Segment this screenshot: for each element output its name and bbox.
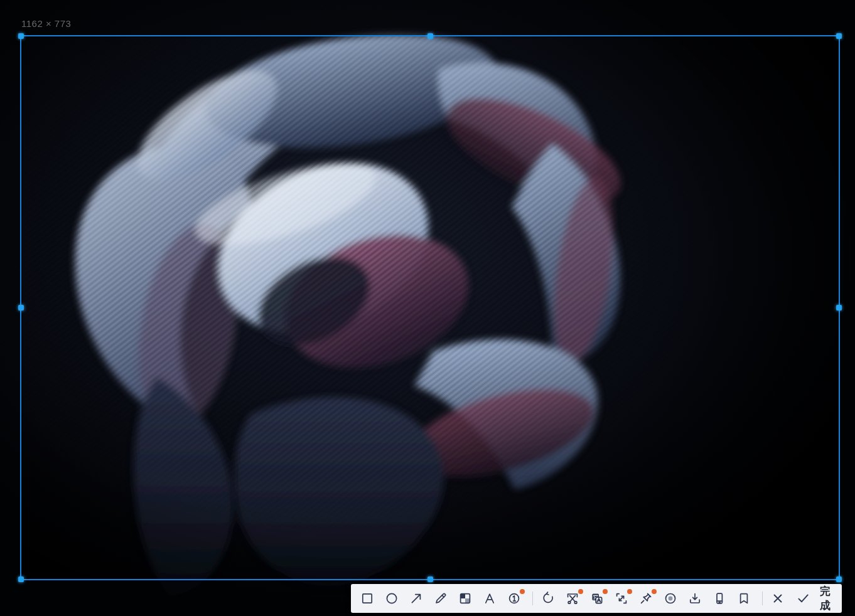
resize-handle-bottom-center[interactable] — [428, 576, 433, 582]
resize-handle-top-right[interactable] — [836, 33, 842, 39]
letter-a-icon — [482, 591, 497, 606]
resize-handle-top-left[interactable] — [18, 33, 24, 39]
send-to-phone-button[interactable] — [712, 591, 727, 606]
trim-crop-button[interactable] — [565, 591, 580, 606]
resize-handle-top-center[interactable] — [428, 33, 433, 39]
translate-ocr-icon — [589, 591, 605, 606]
check-icon — [796, 591, 810, 606]
arrow-tool-button[interactable] — [409, 591, 424, 606]
pen-tool-button[interactable] — [433, 591, 448, 606]
record-dot-icon — [663, 591, 678, 606]
notification-dot — [520, 589, 525, 594]
mobile-phone-icon — [712, 591, 727, 606]
download-tray-icon — [687, 591, 702, 606]
selection-size-label: 1162 × 773 — [21, 18, 71, 29]
done-button[interactable]: 完成 — [796, 584, 836, 613]
number-steps-tool-button[interactable] — [507, 591, 522, 606]
pencil-icon — [433, 591, 448, 606]
resize-handle-middle-right[interactable] — [836, 305, 842, 311]
rectangle-tool-button[interactable] — [360, 591, 375, 606]
save-button[interactable] — [687, 591, 702, 606]
screenshot-overlay: 1162 × 773 — [0, 0, 855, 616]
mosaic-tool-button[interactable] — [458, 591, 473, 606]
extract-text-button[interactable] — [589, 591, 605, 606]
screenshot-toolbar: 完成 — [351, 584, 842, 613]
resize-handle-middle-left[interactable] — [18, 305, 24, 311]
favorite-button[interactable] — [736, 591, 751, 606]
resize-handle-bottom-right[interactable] — [836, 576, 842, 582]
circled-number-1-icon — [507, 591, 522, 606]
scissors-icon — [565, 591, 580, 606]
cancel-button[interactable] — [770, 591, 785, 606]
done-button-label: 完成 — [815, 584, 836, 613]
notification-dot — [578, 589, 583, 594]
expand-arrows-icon — [614, 591, 629, 606]
ellipse-tool-button[interactable] — [384, 591, 399, 606]
notification-dot — [652, 589, 657, 594]
bookmark-icon — [736, 591, 751, 606]
close-x-icon — [770, 591, 785, 606]
undo-button[interactable] — [540, 591, 556, 606]
toolbar-divider — [532, 592, 533, 605]
text-tool-button[interactable] — [482, 591, 497, 606]
screen-record-button[interactable] — [663, 591, 678, 606]
pin-to-desktop-button[interactable] — [638, 591, 653, 606]
pushpin-icon — [638, 591, 653, 606]
scroll-capture-button[interactable] — [614, 591, 629, 606]
undo-arrow-icon — [540, 591, 556, 606]
notification-dot — [603, 589, 608, 594]
circle-icon — [384, 591, 399, 606]
arrow-up-right-icon — [409, 591, 424, 606]
square-icon — [360, 591, 375, 606]
toolbar-divider — [762, 592, 763, 605]
resize-handle-bottom-left[interactable] — [18, 576, 24, 582]
notification-dot — [627, 589, 632, 594]
capture-selection-region[interactable] — [20, 35, 840, 580]
mosaic-grid-icon — [458, 591, 473, 606]
